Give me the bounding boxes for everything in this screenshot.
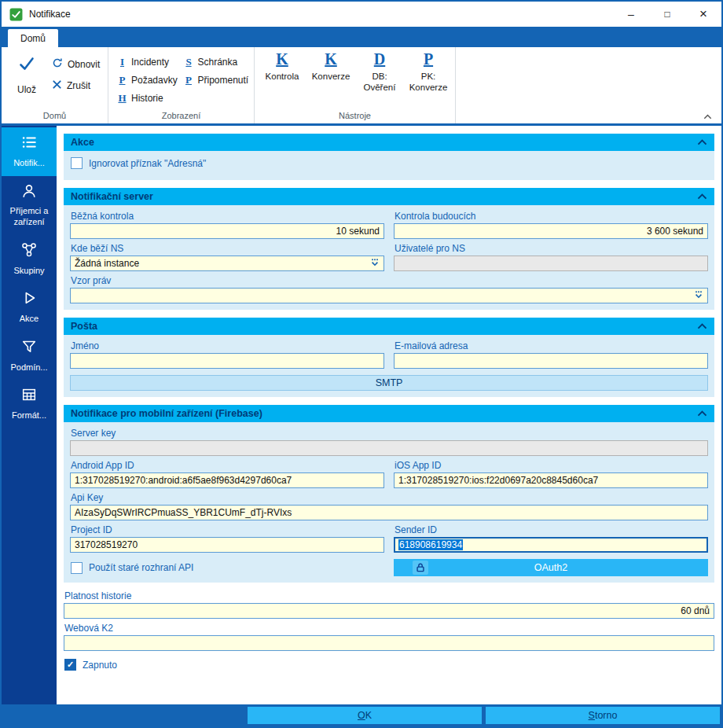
section-header-akce[interactable]: Akce	[64, 134, 714, 151]
ios-app-id-field[interactable]: 1:317028519270:ios:f22d0697a20c8845d60ca…	[394, 472, 708, 488]
field-label: Kde běží NS	[71, 243, 384, 254]
old-api-label: Použít staré rozhraní API	[89, 562, 193, 573]
cancel-label: Zrušit	[67, 80, 90, 91]
ignore-flag-checkbox[interactable]	[71, 157, 83, 169]
rights-template-dropdown[interactable]	[70, 288, 708, 303]
project-id-field[interactable]: 317028519270	[70, 537, 384, 553]
ribbon-item-konverze[interactable]: K Konverze	[306, 50, 355, 110]
sidebar-item-label: Formát...	[12, 410, 46, 421]
section-header-firebase[interactable]: Notifikace pro mobilní zařízení (Firebas…	[64, 405, 714, 422]
sidebar-item-akce[interactable]: Akce	[2, 283, 57, 332]
storno-accel: S	[589, 710, 595, 721]
table-icon	[20, 386, 38, 406]
group-label-zobrazeni: Zobrazení	[108, 110, 254, 123]
field-label: Project ID	[71, 524, 384, 535]
sidebar-item-podminky[interactable]: Podmín...	[2, 332, 57, 381]
api-key-field[interactable]: AIzaSyDqSWrIRCPmuaSS_YBR1CUmF_dTj-RVIxs	[70, 505, 708, 520]
ribbon-group-domu: Ulož Obnovit Zrušit	[2, 47, 108, 123]
enabled-row: Zapnuto	[64, 654, 714, 675]
collapse-chevron-icon[interactable]	[697, 139, 707, 145]
regular-check-field[interactable]: 10 sekund	[70, 223, 384, 239]
pozadavky-letter-icon: P	[118, 74, 127, 86]
minimize-button[interactable]: –	[613, 2, 649, 27]
section-mail: Pošta Jméno E-mailová	[64, 318, 714, 397]
window-controls: – □ ×	[613, 2, 721, 27]
close-button[interactable]: ×	[685, 2, 721, 27]
db-overeni-label: DB: Ověření	[364, 71, 396, 94]
content: Akce Ignorovat příznak "Adresná" Notifik…	[57, 126, 721, 704]
filter-icon	[20, 338, 38, 358]
ribbon-item-pk-konverze[interactable]: P PK: Konverze	[404, 50, 453, 110]
incidenty-letter-icon: I	[118, 56, 127, 68]
ribbon-item-pripomenuti[interactable]: P Připomenutí	[183, 71, 251, 89]
maximize-button[interactable]: □	[649, 2, 685, 27]
ribbon-item-db-overeni[interactable]: D DB: Ověření	[355, 50, 404, 110]
enabled-label: Zapnuto	[83, 660, 117, 671]
ribbon-item-kontrola[interactable]: K Kontrola	[258, 50, 306, 110]
enabled-checkbox[interactable]	[64, 659, 76, 671]
kontrola-label: Kontrola	[266, 71, 299, 82]
web-k2-field[interactable]	[64, 635, 714, 651]
tab-domu[interactable]: Domů	[8, 29, 58, 47]
ribbon-item-schranka[interactable]: S Schránka	[183, 53, 251, 71]
storno-rest: torno	[595, 710, 618, 721]
ok-button[interactable]: OK	[248, 707, 482, 724]
cancel-button[interactable]: Zrušit	[50, 79, 101, 93]
titlebar: Notifikace – □ ×	[2, 2, 721, 27]
section-title: Akce	[71, 137, 94, 148]
field-value: 10 sekund	[336, 226, 380, 237]
ribbon-group-nastroje: K Kontrola K Konverze D DB: Ověření P PK…	[255, 47, 456, 123]
section-title: Notifikační server	[71, 191, 153, 202]
group-label-nastroje: Nástroje	[255, 110, 455, 123]
footer: OK Storno	[2, 704, 721, 726]
sidebar-item-format[interactable]: Formát...	[2, 380, 57, 428]
sidebar-item-prijemci-a-zarizeni[interactable]: Příjemci a zařízení	[2, 176, 57, 235]
field-label: E-mailová adresa	[395, 340, 707, 351]
collapse-chevron-icon[interactable]	[697, 410, 707, 417]
field-value: 1:317028519270:ios:f22d0697a20c8845d60ca…	[398, 475, 598, 486]
ns-location-dropdown[interactable]: Žádná instance	[70, 256, 384, 271]
old-api-checkbox[interactable]	[71, 562, 83, 574]
storno-button[interactable]: Storno	[486, 707, 720, 724]
lock-icon	[413, 561, 428, 575]
window-title: Notifikace	[29, 9, 71, 20]
section-title: Pošta	[71, 321, 97, 332]
sender-id-field[interactable]: 618908619934	[394, 537, 708, 553]
collapse-chevron-icon[interactable]	[697, 193, 707, 200]
smtp-button[interactable]: SMTP	[70, 375, 708, 391]
refresh-button[interactable]: Obnovit	[50, 57, 101, 72]
save-check-icon	[17, 54, 36, 75]
history-validity-field[interactable]: 60 dnů	[64, 603, 714, 619]
ribbon-collapse-icon[interactable]	[703, 114, 712, 119]
ribbon-item-incidenty[interactable]: I Incidenty	[116, 53, 180, 71]
db-overeni-letter-icon: D	[374, 50, 385, 68]
future-check-field[interactable]: 3 600 sekund	[394, 223, 708, 239]
section-firebase: Notifikace pro mobilní zařízení (Firebas…	[64, 405, 714, 583]
ribbon-item-pozadavky[interactable]: P Požadavky	[116, 71, 180, 89]
mail-name-field[interactable]	[70, 353, 384, 369]
section-akce: Akce Ignorovat příznak "Adresná"	[64, 134, 714, 180]
section-header-mail[interactable]: Pošta	[64, 318, 714, 335]
konverze-letter-icon: K	[325, 50, 337, 68]
oauth2-button[interactable]: OAuth2	[394, 559, 708, 576]
field-label: Běžná kontrola	[71, 211, 384, 222]
section-title: Notifikace pro mobilní zařízení (Firebas…	[71, 408, 262, 419]
kontrola-letter-icon: K	[276, 50, 288, 68]
web-k2-block: Webová K2	[64, 623, 714, 651]
collapse-chevron-icon[interactable]	[697, 323, 707, 329]
group-icon	[20, 241, 38, 262]
field-label: Uživatelé pro NS	[395, 243, 707, 254]
refresh-icon	[52, 57, 63, 71]
field-label: Jméno	[71, 340, 384, 351]
save-button[interactable]: Ulož	[6, 50, 47, 110]
field-label: Vzor práv	[71, 275, 707, 286]
android-app-id-field[interactable]: 1:317028519270:android:a6f5ae8f963d4297d…	[70, 472, 384, 488]
mail-email-field[interactable]	[394, 353, 708, 369]
sidebar-item-label: Příjemci a zařízení	[3, 206, 55, 228]
ribbon-item-historie[interactable]: H Historie	[116, 89, 180, 107]
save-label: Ulož	[17, 84, 36, 95]
field-value: 60 dnů	[681, 605, 710, 616]
sidebar-item-notifikace[interactable]: Notifik...	[2, 127, 57, 176]
sidebar-item-skupiny[interactable]: Skupiny	[2, 235, 57, 284]
section-header-notification-server[interactable]: Notifikační server	[64, 188, 714, 205]
